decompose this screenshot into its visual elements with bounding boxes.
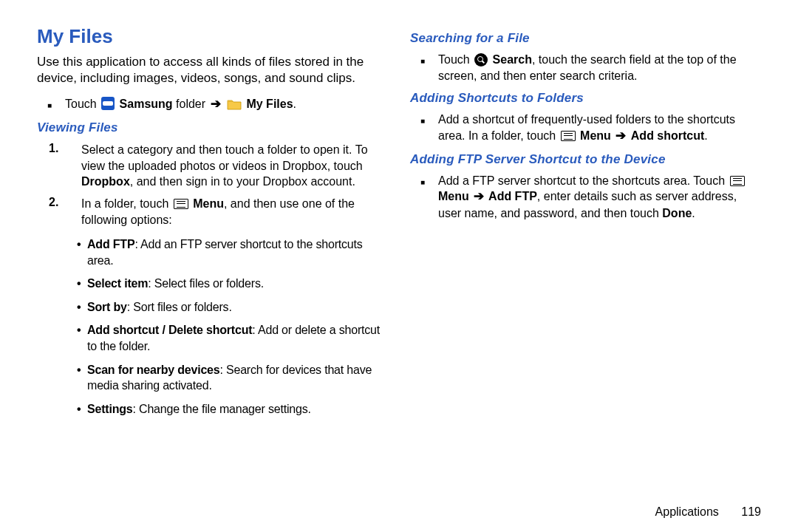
nav-instruction: ■ Touch Samsung folder ➔ My Files. xyxy=(37,96,388,113)
opt-select-item: Select item: Select files or folders. xyxy=(77,276,388,292)
done-label: Done xyxy=(662,207,692,219)
text: . xyxy=(704,129,707,142)
intro-paragraph: Use this application to access all kinds… xyxy=(37,54,388,86)
text: Touch xyxy=(65,98,100,110)
text: folder xyxy=(173,98,209,110)
page-footer: Applications 119 xyxy=(410,492,761,519)
options-list: Add FTP: Add an FTP server shortcut to t… xyxy=(37,236,388,424)
text: , and then sign in to your Dropbox accou… xyxy=(130,175,355,188)
text: Select a category and then touch a folde… xyxy=(81,143,368,172)
ftp-item: ■ Add a FTP server shortcut to the short… xyxy=(410,173,761,222)
heading-searching: Searching for a File xyxy=(410,31,761,46)
arrow-icon: ➔ xyxy=(615,128,626,145)
bullet-icon: ■ xyxy=(410,117,438,125)
add-ftp-label: Add FTP xyxy=(485,190,537,202)
search-item: ■ Touch Search, touch the search field a… xyxy=(410,52,761,83)
text: Add a FTP server shortcut to the shortcu… xyxy=(438,174,729,187)
text: : Select files or folders. xyxy=(148,277,264,290)
search-icon xyxy=(474,53,488,66)
myfiles-label: My Files xyxy=(246,98,293,110)
opt-add-ftp: Add FTP: Add an FTP server shortcut to t… xyxy=(77,236,388,268)
label: Add FTP xyxy=(87,238,134,250)
label: Settings xyxy=(87,403,133,415)
arrow-icon: ➔ xyxy=(211,96,221,113)
label: Sort by xyxy=(87,301,127,313)
heading-ftp: Adding FTP Server Shortcut to the Device xyxy=(410,152,761,167)
step-2: In a folder, touch Menu, and then use on… xyxy=(37,196,388,228)
label: Select item xyxy=(87,277,148,290)
menu-icon xyxy=(561,131,576,141)
step-1: Select a category and then touch a folde… xyxy=(37,142,388,190)
bullet-icon: ■ xyxy=(410,57,438,65)
heading-shortcuts: Adding Shortcuts to Folders xyxy=(410,91,761,106)
menu-label: Menu xyxy=(577,129,615,142)
text: . xyxy=(293,98,296,110)
menu-icon xyxy=(730,176,745,186)
bullet-icon: ■ xyxy=(410,178,438,186)
arrow-icon: ➔ xyxy=(474,188,484,205)
search-label: Search xyxy=(489,53,532,66)
nav-content: Touch Samsung folder ➔ My Files. xyxy=(65,96,388,113)
text: : Sort files or folders. xyxy=(127,301,232,313)
heading-viewing-files: Viewing Files xyxy=(37,120,388,135)
text: In a folder, touch xyxy=(81,197,172,210)
opt-scan: Scan for nearby devices: Search for devi… xyxy=(77,362,388,394)
text: . xyxy=(692,207,695,219)
right-column: Searching for a File ■ Touch Search, tou… xyxy=(410,25,761,519)
opt-add-shortcut: Add shortcut / Delete shortcut: Add or d… xyxy=(77,322,388,354)
menu-label: Menu xyxy=(438,190,472,202)
steps-list: Select a category and then touch a folde… xyxy=(37,139,388,233)
text: : Change the file manager settings. xyxy=(133,403,311,415)
bullet-icon: ■ xyxy=(37,101,65,109)
add-shortcut-label: Add shortcut xyxy=(631,129,705,142)
opt-settings: Settings: Change the file manager settin… xyxy=(77,401,388,417)
samsung-app-icon xyxy=(101,97,115,110)
left-column: My Files Use this application to access … xyxy=(37,25,388,519)
label: Scan for nearby devices xyxy=(87,364,220,376)
page-number: 119 xyxy=(741,505,761,519)
dropbox-label: Dropbox xyxy=(81,175,130,188)
menu-icon xyxy=(174,199,188,209)
samsung-label: Samsung xyxy=(120,98,173,110)
folder-icon xyxy=(227,98,242,110)
label: Add shortcut / Delete shortcut xyxy=(87,324,252,336)
menu-label: Menu xyxy=(190,197,224,210)
text: Touch xyxy=(438,53,473,66)
manual-page: My Files Use this application to access … xyxy=(0,0,798,532)
opt-sort-by: Sort by: Sort files or folders. xyxy=(77,299,388,316)
shortcut-item: ■ Add a shortcut of frequently-used fold… xyxy=(410,112,761,145)
section-name: Applications xyxy=(655,505,719,518)
page-title: My Files xyxy=(37,25,388,48)
